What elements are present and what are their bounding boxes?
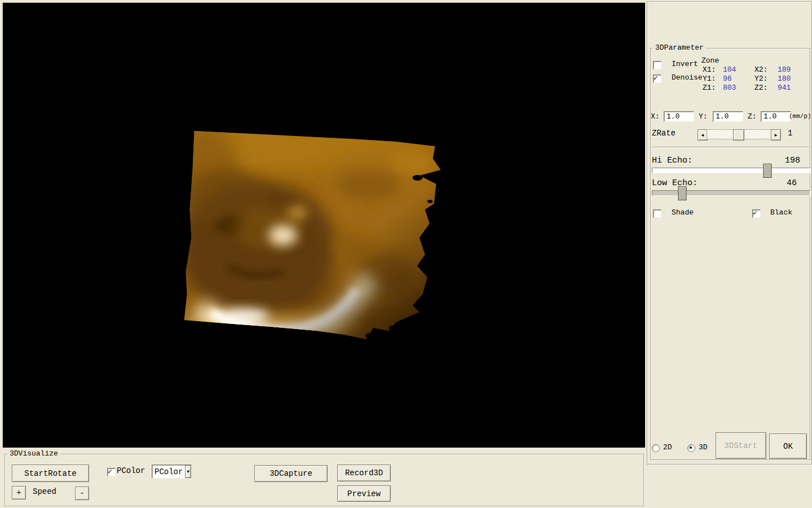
zone-y2-value: 180 [778, 75, 791, 83]
pcolor-checkbox-label: PColor [117, 467, 145, 475]
zone-x1-value: 104 [723, 66, 736, 74]
speed-plus-button[interactable]: + [12, 486, 26, 500]
zone-y1-label: Y1: [703, 75, 716, 83]
scroll-right-arrow-icon[interactable]: ► [771, 129, 781, 141]
low-echo-slider[interactable] [652, 190, 810, 196]
low-echo-label: Low Echo: [652, 179, 698, 189]
black-label: Black [770, 209, 792, 217]
3d-render-viewport[interactable] [2, 2, 645, 448]
3dparameter-groupbox: 3DParameter [650, 48, 810, 460]
scale-z-label: Z: [748, 113, 757, 121]
denoise-label: Denoise [672, 74, 703, 82]
ultrasound-3d-app-window: 3DParameter ✓ Invert ✓ Denoise Zone X1: … [0, 0, 812, 508]
zone-title: Zone [701, 57, 719, 65]
black-checkbox[interactable]: ✓ [752, 209, 761, 218]
pcolor-select-value: PColor [152, 467, 185, 476]
ok-button[interactable]: OK [769, 433, 807, 459]
radio-dot-icon [690, 446, 692, 449]
mode-3d-label: 3D [699, 444, 708, 452]
zone-y2-label: Y2: [754, 75, 767, 83]
3dvisualize-group-title: 3DVisualize [7, 449, 60, 458]
parameter-panel: 3DParameter ✓ Invert ✓ Denoise Zone X1: … [647, 1, 812, 465]
mode-2d-label: 2D [663, 444, 672, 452]
record3d-button[interactable]: Record3D [337, 465, 391, 481]
pcolor-checkbox[interactable]: ✓ [107, 468, 116, 476]
check-icon: ✓ [108, 467, 112, 476]
preview-button[interactable]: Preview [337, 485, 391, 502]
hi-echo-slider[interactable] [652, 168, 810, 173]
zone-x2-value: 189 [778, 66, 791, 74]
check-icon: ✓ [753, 208, 757, 217]
hi-echo-label: Hi Echo: [652, 156, 692, 166]
denoise-checkbox[interactable]: ✓ [653, 75, 661, 83]
zone-x1-label: X1: [703, 66, 716, 74]
3dparameter-group-title: 3DParameter [653, 43, 706, 52]
3dcapture-button[interactable]: 3DCapture [254, 465, 328, 482]
zone-z1-value: 803 [723, 84, 736, 92]
scale-z-input[interactable] [761, 111, 791, 122]
zrate-scrollbar[interactable]: ◄ ► [698, 129, 781, 139]
zrate-scrollbar-track[interactable] [707, 129, 772, 139]
check-icon: ✓ [654, 73, 658, 82]
speed-label: Speed [33, 488, 56, 496]
3dvisualize-groupbox: 3DVisualize StartRotate + Speed - ✓ PCol… [5, 454, 644, 506]
low-echo-slider-thumb[interactable] [678, 186, 687, 200]
zrate-value: 1 [788, 129, 792, 138]
hi-echo-value: 198 [785, 156, 800, 166]
zone-z2-value: 941 [778, 84, 791, 92]
zone-z2-label: Z2: [754, 84, 767, 92]
speed-minus-button[interactable]: - [75, 487, 89, 500]
mode-2d-radio[interactable] [652, 444, 660, 452]
scale-unit-label: (mm/p) [789, 113, 811, 120]
dropdown-arrow-icon[interactable]: ▼ [185, 465, 191, 478]
pcolor-select[interactable]: PColor ▼ [152, 465, 192, 479]
scale-y-label: Y: [699, 113, 708, 121]
zrate-scrollbar-thumb[interactable] [733, 129, 744, 141]
separator-line [652, 147, 809, 147]
invert-checkbox[interactable]: ✓ [653, 61, 661, 69]
scale-x-input[interactable] [664, 111, 694, 122]
ultrasound-volume-render [3, 3, 645, 448]
scale-x-label: X: [651, 113, 660, 121]
scale-y-input[interactable] [713, 111, 743, 122]
low-echo-value: 46 [787, 179, 797, 189]
zone-x2-label: X2: [754, 66, 767, 74]
mode-3d-radio[interactable] [687, 444, 695, 452]
shade-checkbox[interactable]: ✓ [653, 209, 661, 218]
invert-label: Invert [672, 60, 698, 68]
3dstart-button[interactable]: 3DStart [716, 432, 766, 459]
shade-label: Shade [672, 209, 694, 217]
zone-z1-label: Z1: [703, 84, 716, 92]
zrate-label: ZRate [652, 129, 676, 138]
hi-echo-slider-thumb[interactable] [763, 164, 771, 178]
zone-y1-value: 96 [723, 75, 732, 83]
start-rotate-button[interactable]: StartRotate [12, 465, 89, 482]
